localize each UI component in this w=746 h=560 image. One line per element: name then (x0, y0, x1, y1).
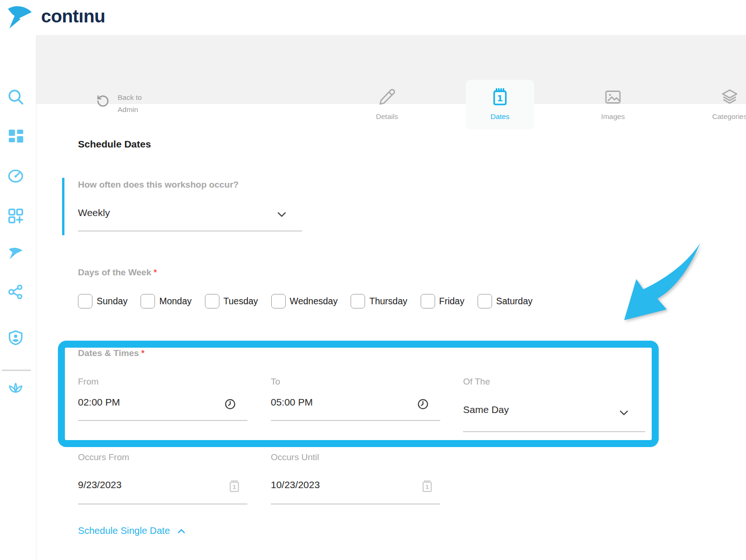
calendar-icon[interactable]: 1 (421, 480, 434, 493)
back-to-admin-label: Back to Admin (118, 91, 148, 116)
checkbox[interactable] (205, 294, 219, 308)
svg-text:1: 1 (425, 483, 429, 490)
pencil-icon (378, 88, 396, 106)
page-header: Back to Admin Details 1 Dates (36, 35, 746, 104)
continu-logo-icon (5, 2, 35, 32)
tab-categories-label: Categories (712, 112, 746, 121)
checkbox[interactable] (351, 294, 365, 308)
schedule-single-date-link[interactable]: Schedule Single Date (78, 525, 187, 537)
send-icon[interactable] (7, 245, 24, 262)
tab-dates[interactable]: 1 Dates (466, 80, 534, 129)
checkbox[interactable] (78, 294, 92, 308)
occurs-until-label: Occurs Until (271, 452, 319, 462)
top-bar: contınu (0, 0, 746, 35)
tab-dates-label: Dates (491, 112, 510, 121)
gauge-icon[interactable] (7, 167, 24, 184)
undo-icon (96, 94, 110, 108)
day-checkbox-wednesday[interactable]: Wednesday (271, 294, 338, 308)
frequency-select[interactable]: Weekly (78, 207, 302, 231)
tab-details[interactable]: Details (353, 80, 421, 129)
frequency-value: Weekly (78, 207, 110, 218)
day-checkbox-friday[interactable]: Friday (421, 294, 464, 308)
required-asterisk: * (154, 268, 157, 277)
frequency-label: How often does this workshop occur? (78, 180, 239, 190)
occurs-from-label: Occurs From (78, 452, 129, 462)
sidebar-nav (0, 35, 36, 560)
layers-icon (720, 88, 739, 106)
day-checkbox-monday[interactable]: Monday (141, 294, 191, 308)
image-icon (604, 88, 622, 106)
occurs-from-input[interactable]: 9/23/2023 1 (78, 479, 247, 504)
sidebar-divider (2, 370, 31, 371)
share-icon[interactable] (7, 283, 24, 301)
checkbox[interactable] (421, 294, 435, 308)
dates-times-highlight-box (58, 341, 659, 447)
apps-add-icon[interactable] (7, 207, 24, 224)
tab-details-label: Details (376, 112, 398, 121)
day-checkbox-thursday[interactable]: Thursday (351, 294, 407, 308)
page: contınu (0, 0, 746, 560)
page-title: Schedule Dates (78, 139, 151, 150)
checkbox[interactable] (271, 294, 286, 308)
frequency-accent-bar (62, 178, 64, 235)
leaf-icon[interactable] (7, 380, 24, 397)
day-checkbox-saturday[interactable]: Saturday (478, 294, 533, 308)
day-checkbox-sunday[interactable]: Sunday (78, 294, 127, 308)
chevron-up-icon (176, 526, 187, 537)
svg-text:1: 1 (232, 483, 237, 490)
days-of-week-group: Sunday Monday Tuesday Wednesday Thursday… (78, 294, 533, 308)
back-to-admin-button[interactable]: Back to Admin (96, 91, 148, 116)
day-checkbox-tuesday[interactable]: Tuesday (205, 294, 258, 308)
occurs-from-value: 9/23/2023 (78, 479, 121, 490)
days-of-week-label: Days of the Week* (78, 267, 157, 278)
logo-wordmark: contınu (41, 6, 105, 27)
calendar-icon[interactable]: 1 (228, 480, 241, 493)
calendar-icon: 1 (491, 88, 509, 106)
checkbox[interactable] (141, 294, 155, 308)
schedule-single-date-label: Schedule Single Date (78, 525, 170, 536)
tab-images-label: Images (601, 112, 625, 121)
tab-images[interactable]: Images (579, 80, 647, 129)
tab-categories[interactable]: Categories (696, 80, 746, 129)
occurs-until-input[interactable]: 10/23/2023 1 (271, 479, 440, 504)
svg-text:1: 1 (497, 93, 503, 103)
chevron-down-icon (275, 208, 288, 221)
occurs-until-value: 10/23/2023 (271, 479, 320, 490)
checkbox[interactable] (478, 294, 492, 308)
search-icon[interactable] (7, 88, 24, 105)
dashboard-icon[interactable] (7, 128, 24, 145)
shield-user-icon[interactable] (7, 329, 24, 346)
annotation-arrow (602, 228, 710, 328)
